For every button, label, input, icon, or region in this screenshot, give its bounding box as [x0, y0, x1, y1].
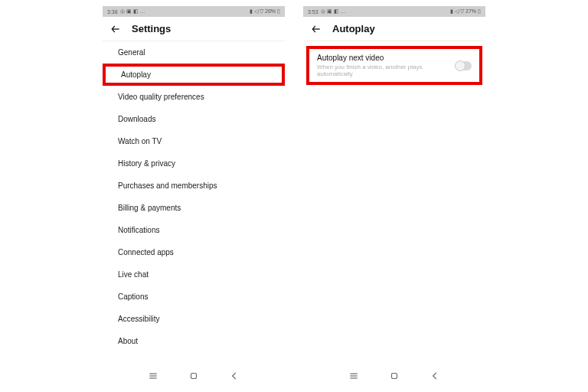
status-icons-right: ▮ ◁ ▽ 27% ▯: [450, 8, 481, 15]
list-item-label: Billing & payments: [118, 204, 181, 212]
empty-space: [303, 90, 485, 366]
settings-item-captions[interactable]: Captions: [103, 286, 285, 308]
autoplay-next-video-row[interactable]: Autoplay next video When you finish a vi…: [306, 46, 482, 85]
status-icons-right: ▮ ◁ ▽ 28% ▯: [250, 8, 280, 15]
settings-item-live-chat[interactable]: Live chat: [103, 263, 285, 286]
list-item-label: Watch on TV: [118, 137, 162, 145]
back-icon[interactable]: [229, 371, 240, 381]
home-icon[interactable]: [188, 371, 199, 381]
list-item-label: Live chat: [118, 270, 149, 279]
statusbar: 3:53 ◎ ▣ ◧ … ▮ ◁ ▽ 27% ▯: [303, 6, 485, 17]
list-item-label: Video quality preferences: [118, 93, 204, 101]
list-item-label: Autoplay: [121, 70, 151, 79]
back-arrow-icon[interactable]: [110, 24, 121, 34]
recents-icon[interactable]: [348, 371, 359, 381]
list-item-label: About: [118, 337, 138, 345]
recents-icon[interactable]: [148, 371, 158, 381]
svg-rect-9: [391, 374, 397, 379]
android-navbar: [103, 366, 285, 386]
statusbar: 3:38 ◎ ▣ ◧ … ▮ ◁ ▽ 28% ▯: [103, 6, 285, 17]
list-item-label: Captions: [118, 292, 148, 301]
phone-autoplay: 3:53 ◎ ▣ ◧ … ▮ ◁ ▽ 27% ▯ Autoplay Autopl…: [303, 6, 485, 386]
status-time: 3:38: [107, 9, 118, 15]
autoplay-title: Autoplay next video: [317, 54, 455, 62]
list-item-label: Downloads: [118, 115, 155, 123]
settings-item-notifications[interactable]: Notifications: [103, 219, 285, 241]
list-item-label: Purchases and memberships: [118, 181, 217, 190]
settings-item-general[interactable]: General: [103, 41, 285, 64]
settings-item-billing[interactable]: Billing & payments: [103, 197, 285, 219]
list-item-label: Accessibility: [118, 315, 159, 323]
list-item-label: Notifications: [118, 226, 159, 234]
list-item-label: History & privacy: [118, 159, 175, 168]
settings-item-connected-apps[interactable]: Connected apps: [103, 241, 285, 263]
home-icon[interactable]: [389, 371, 400, 381]
settings-item-accessibility[interactable]: Accessibility: [103, 308, 285, 330]
page-title: Settings: [132, 23, 171, 34]
settings-item-autoplay[interactable]: Autoplay: [103, 64, 285, 86]
header: Settings: [103, 17, 285, 41]
back-arrow-icon[interactable]: [311, 24, 322, 34]
settings-item-about[interactable]: About: [103, 330, 285, 352]
page-title: Autoplay: [332, 23, 375, 34]
autoplay-text-block: Autoplay next video When you finish a vi…: [317, 54, 455, 77]
settings-item-video-quality[interactable]: Video quality preferences: [103, 86, 285, 108]
android-navbar: [303, 366, 485, 386]
list-item-label: Connected apps: [118, 248, 174, 256]
status-icons-left: ◎ ▣ ◧ …: [120, 8, 145, 15]
settings-item-purchases[interactable]: Purchases and memberships: [103, 175, 285, 197]
header: Autoplay: [303, 17, 485, 41]
status-icons-left: ◎ ▣ ◧ …: [321, 8, 346, 15]
svg-rect-4: [191, 374, 196, 379]
settings-list: General Autoplay Video quality preferenc…: [103, 41, 285, 361]
list-item-label: General: [118, 48, 145, 57]
settings-item-downloads[interactable]: Downloads: [103, 108, 285, 130]
back-icon[interactable]: [430, 371, 440, 381]
status-time: 3:53: [308, 9, 318, 15]
autoplay-toggle[interactable]: [455, 61, 472, 70]
autoplay-subtitle: When you finish a video, another plays a…: [317, 64, 455, 77]
settings-item-watch-tv[interactable]: Watch on TV: [103, 130, 285, 152]
phone-settings: 3:38 ◎ ▣ ◧ … ▮ ◁ ▽ 28% ▯ Settings Genera…: [103, 6, 285, 386]
settings-item-history[interactable]: History & privacy: [103, 152, 285, 175]
toggle-knob-icon: [455, 60, 466, 71]
